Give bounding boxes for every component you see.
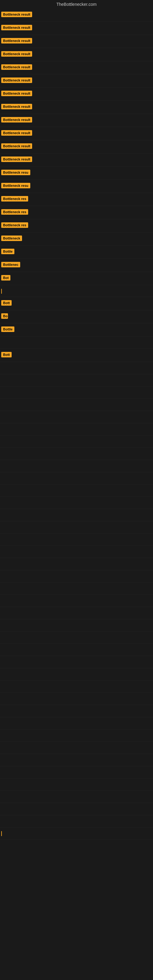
list-item: [0, 705, 153, 717]
list-item: [0, 582, 153, 595]
list-item: Bottleneck result: [0, 153, 153, 167]
bottleneck-badge: Bottleneck res: [1, 209, 28, 215]
bottleneck-badge: Bottle: [1, 326, 14, 332]
list-item: [0, 742, 153, 754]
bottleneck-badge: Bottleneck res: [1, 196, 28, 202]
list-item: [0, 387, 153, 399]
bottleneck-badge: Bottleneck: [1, 235, 22, 241]
bottleneck-badge: Bottleneck result: [1, 51, 32, 57]
bottleneck-badge: Bottleneck result: [1, 25, 32, 30]
list-item: Bottleneck result: [0, 61, 153, 75]
list-item: [0, 533, 153, 546]
bottleneck-badge: Bottleneck result: [1, 78, 32, 83]
list-item: [0, 399, 153, 411]
list-item: [0, 803, 153, 815]
list-item: [0, 411, 153, 423]
list-item: [0, 460, 153, 472]
bottleneck-badge: Bottle: [1, 249, 14, 254]
list-item: Bottleneck resu: [0, 180, 153, 193]
list-item: [0, 285, 153, 297]
bottleneck-badge: Bottleneck result: [1, 143, 32, 149]
list-item: [0, 472, 153, 485]
bottleneck-badge: Bottleneck result: [1, 130, 32, 136]
list-item: Bott: [0, 349, 153, 362]
list-item: Bo: [0, 310, 153, 323]
list-item: [0, 754, 153, 766]
list-item: Bottleneck result: [0, 75, 153, 88]
list-item: [0, 644, 153, 656]
list-item: [0, 791, 153, 803]
list-item: [0, 681, 153, 693]
bottleneck-badge: Bottleneck result: [1, 12, 32, 17]
list-item: [0, 337, 153, 349]
list-item: Bottleneck res: [0, 206, 153, 219]
bottleneck-badge: Bottleneck result: [1, 64, 32, 70]
cursor-indicator-bottom: [1, 831, 2, 836]
list-item: Bottleneck result: [0, 127, 153, 140]
list-item: [0, 570, 153, 582]
bottleneck-badge: Bottleneck resu: [1, 183, 30, 188]
bottleneck-badge: Bottleneck resu: [1, 170, 30, 175]
list-item: [0, 362, 153, 374]
list-item: Bot: [0, 272, 153, 285]
list-item: [0, 485, 153, 497]
list-item: [0, 595, 153, 607]
bottleneck-badge: Bo: [1, 313, 8, 319]
list-item: Bottleneck: [0, 232, 153, 246]
cursor-indicator: [1, 289, 2, 294]
list-item: Bottleneck resu: [0, 167, 153, 180]
bottleneck-badge: Bott: [1, 352, 12, 357]
list-item: [0, 632, 153, 644]
list-item: [0, 717, 153, 730]
bottleneck-badge: Bottleneck result: [1, 38, 32, 43]
list-item: Bottlenec: [0, 259, 153, 272]
bottleneck-badge: Bottleneck result: [1, 156, 32, 162]
bottleneck-badge: Bottleneck result: [1, 117, 32, 123]
list-item: [0, 693, 153, 705]
list-item: Bottleneck res: [0, 193, 153, 206]
list-item: Bott: [0, 297, 153, 310]
list-item: Bottleneck result: [0, 22, 153, 35]
list-item: Bottle: [0, 323, 153, 337]
bottleneck-badge: Bot: [1, 275, 10, 280]
list-item: [0, 619, 153, 632]
list-item: [0, 766, 153, 778]
list-item: [0, 730, 153, 742]
list-item: [0, 448, 153, 460]
bottleneck-badge: Bottleneck res: [1, 222, 28, 228]
list-item: Bottleneck result: [0, 9, 153, 22]
list-item: Bottleneck result: [0, 48, 153, 61]
list-item: [0, 497, 153, 509]
list-item: Bottleneck result: [0, 88, 153, 101]
list-item: [0, 546, 153, 558]
list-item: [0, 558, 153, 570]
list-item: Bottleneck res: [0, 219, 153, 232]
list-item: [0, 815, 153, 827]
bottleneck-badge: Bottleneck result: [1, 91, 32, 96]
bottleneck-badge: Bottleneck result: [1, 104, 32, 109]
list-item: [0, 827, 153, 840]
bottleneck-badge: Bott: [1, 300, 12, 305]
list-item: [0, 521, 153, 533]
list-item: [0, 607, 153, 619]
list-item: Bottle: [0, 246, 153, 259]
page-wrapper: TheBottlenecker.com Bottleneck result Bo…: [0, 0, 153, 980]
site-title: TheBottlenecker.com: [0, 0, 153, 9]
list-item: Bottleneck result: [0, 140, 153, 153]
list-item: [0, 436, 153, 448]
list-item: Bottleneck result: [0, 114, 153, 127]
list-item: [0, 778, 153, 791]
list-item: [0, 374, 153, 387]
list-item: [0, 668, 153, 681]
list-item: [0, 656, 153, 668]
list-item: [0, 423, 153, 436]
list-item: [0, 509, 153, 521]
bottleneck-badge: Bottlenec: [1, 262, 20, 267]
list-item: Bottleneck result: [0, 35, 153, 48]
list-item: Bottleneck result: [0, 101, 153, 114]
